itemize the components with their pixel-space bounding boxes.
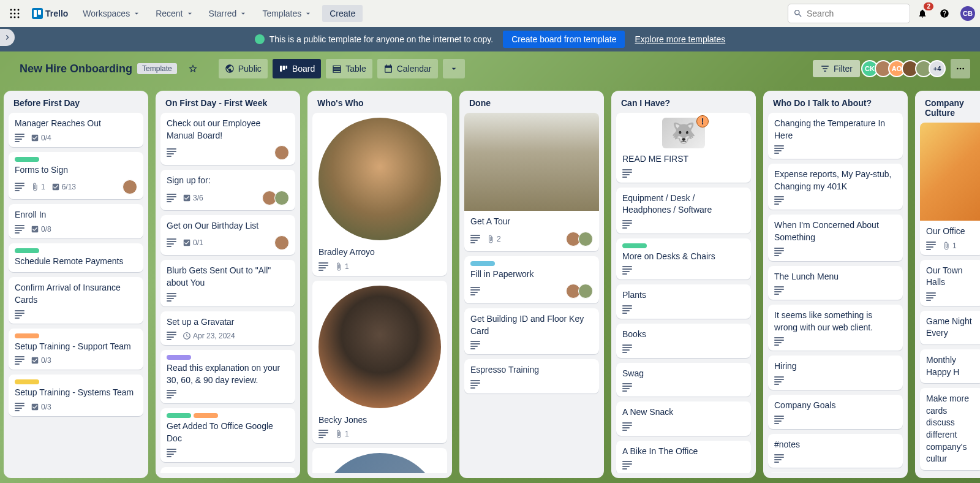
list: Before First DayManager Reaches Out 0/4F… — [4, 91, 148, 478]
description-icon — [622, 220, 632, 229]
board-members[interactable]: CKAO+4 — [865, 60, 946, 77]
card[interactable]: Check out our Employee Manual Board! — [160, 113, 295, 165]
card[interactable]: A Bike In The Office — [616, 441, 751, 473]
card[interactable]: 🐺!READ ME FIRST — [616, 113, 751, 183]
label-yellow[interactable] — [15, 379, 39, 384]
user-avatar[interactable]: CB — [960, 6, 975, 21]
card-badges — [774, 337, 897, 346]
board-view-button[interactable]: Board — [273, 59, 321, 78]
card[interactable]: More on Desks & Chairs — [616, 238, 751, 280]
star-button[interactable] — [182, 59, 204, 78]
card[interactable]: Conferences — [768, 473, 903, 473]
expand-sidebar-button[interactable] — [0, 29, 15, 46]
view-switcher-dropdown[interactable] — [443, 59, 465, 78]
label-green[interactable] — [622, 243, 647, 248]
member-avatar[interactable] — [578, 284, 593, 299]
card[interactable]: Confirm Arrival of Insurance Cards — [9, 277, 143, 323]
card[interactable]: Hiring — [768, 356, 903, 390]
card[interactable]: Get on Our Birthday List 0/1 — [160, 215, 295, 256]
member-avatar[interactable] — [274, 191, 289, 205]
card[interactable]: Get Added To Office Google Doc — [160, 408, 295, 462]
svg-rect-75 — [470, 235, 480, 236]
card[interactable]: Company Goals — [768, 395, 903, 429]
svg-rect-94 — [622, 177, 627, 178]
card[interactable]: Espresso Training — [464, 359, 599, 394]
card[interactable]: The Lunch Menu — [768, 266, 903, 300]
card[interactable]: Monthly Happy H — [920, 349, 980, 383]
nav-templates[interactable]: Templates — [255, 5, 320, 22]
card[interactable]: Becky Jones 1 — [312, 281, 447, 444]
list-title[interactable]: Can I Have? — [616, 96, 751, 113]
card[interactable]: Setup Training - Support Team 0/3 — [9, 329, 143, 370]
card[interactable]: Get Building ID and Floor Key Card — [464, 308, 599, 354]
card[interactable]: Expense reports, My Pay-stub, Changing m… — [768, 164, 903, 210]
member-avatar[interactable] — [274, 235, 289, 250]
card[interactable]: A New Snack — [616, 401, 751, 436]
label-green[interactable] — [15, 248, 39, 253]
card[interactable]: Make more cards discuss different compan… — [920, 388, 980, 470]
nav-starred[interactable]: Starred — [202, 5, 255, 22]
card[interactable]: Schedule Remote Payments — [9, 243, 143, 273]
card[interactable]: Setup Training - Systems Team 0/3 — [9, 375, 143, 416]
card[interactable]: Add your "You" card in the "Who's Who" l… — [160, 467, 295, 473]
card[interactable]: Books — [616, 324, 751, 358]
apps-icon[interactable] — [5, 4, 24, 23]
explore-templates-link[interactable]: Explore more templates — [635, 34, 725, 44]
label-sky[interactable] — [470, 261, 495, 266]
nav-workspaces[interactable]: Workspaces — [75, 5, 148, 22]
board-menu-button[interactable] — [951, 59, 970, 78]
nav-recent[interactable]: Recent — [148, 5, 201, 22]
member-avatar[interactable] — [578, 232, 593, 246]
label-purple[interactable] — [167, 355, 191, 360]
visibility-button[interactable]: Public — [219, 59, 268, 78]
card[interactable] — [312, 448, 447, 473]
trello-logo[interactable]: Trello — [27, 8, 73, 19]
notifications-button[interactable]: 2 — [913, 4, 932, 23]
list-title[interactable]: Who's Who — [312, 96, 447, 113]
card[interactable]: Get A Tour 2 — [464, 113, 599, 251]
card[interactable]: Manager Reaches Out 0/4 — [9, 113, 143, 147]
list-title[interactable]: Done — [464, 96, 599, 113]
create-button[interactable]: Create — [322, 5, 363, 22]
card[interactable]: Game Night Every — [920, 311, 980, 344]
list-title[interactable]: On First Day - First Week — [160, 96, 295, 113]
calendar-view-button[interactable]: Calendar — [377, 59, 438, 78]
filter-button[interactable]: Filter — [813, 60, 860, 77]
card[interactable]: Forms to Sign 1 6/13 — [9, 152, 143, 200]
card[interactable]: Enroll In 0/8 — [9, 204, 143, 238]
card[interactable]: Swag — [616, 363, 751, 397]
card[interactable]: Our Office 1 — [920, 123, 980, 255]
card[interactable]: When I'm Concerned About Something — [768, 215, 903, 261]
label-orange[interactable] — [194, 413, 218, 418]
card[interactable]: Set up a Gravatar Apr 23, 2024 — [160, 311, 295, 346]
card[interactable]: #notes — [768, 434, 903, 468]
card[interactable]: It seems like something is wrong with ou… — [768, 305, 903, 351]
board-title[interactable]: New Hire Onboarding — [20, 63, 132, 75]
label-green[interactable] — [15, 157, 39, 162]
search-input[interactable] — [807, 9, 914, 18]
card[interactable]: Read this explanation on your 30, 60, & … — [160, 350, 295, 403]
help-button[interactable] — [935, 4, 954, 23]
card[interactable]: Fill in Paperwork — [464, 256, 599, 304]
card[interactable]: Plants — [616, 284, 751, 319]
board-canvas[interactable]: Before First DayManager Reaches Out 0/4F… — [0, 86, 980, 483]
member-avatar[interactable] — [123, 180, 137, 194]
create-from-template-button[interactable]: Create board from template — [503, 31, 625, 48]
search-box[interactable] — [788, 4, 910, 23]
card[interactable]: Equipment / Desk / Headphones / Software — [616, 188, 751, 234]
list-title[interactable]: Before First Day — [9, 96, 143, 113]
more-members-button[interactable]: +4 — [929, 60, 946, 77]
card[interactable]: Bradley Arroyo 1 — [312, 113, 447, 276]
card[interactable]: Changing the Temperature In Here — [768, 113, 903, 159]
card-title: Manager Reaches Out — [15, 118, 137, 130]
list-title[interactable]: Company Culture — [920, 96, 980, 123]
label-orange[interactable] — [15, 333, 39, 338]
table-view-button[interactable]: Table — [326, 59, 372, 78]
label-green[interactable] — [167, 413, 191, 418]
card[interactable]: Sign up for: 3/6 — [160, 170, 295, 210]
list-title[interactable]: Who Do I Talk to About? — [768, 96, 903, 113]
svg-point-6 — [10, 17, 12, 18]
card[interactable]: Our Town Halls — [920, 260, 980, 306]
member-avatar[interactable] — [274, 145, 289, 160]
card[interactable]: Blurb Gets Sent Out to "All" about You — [160, 260, 295, 306]
